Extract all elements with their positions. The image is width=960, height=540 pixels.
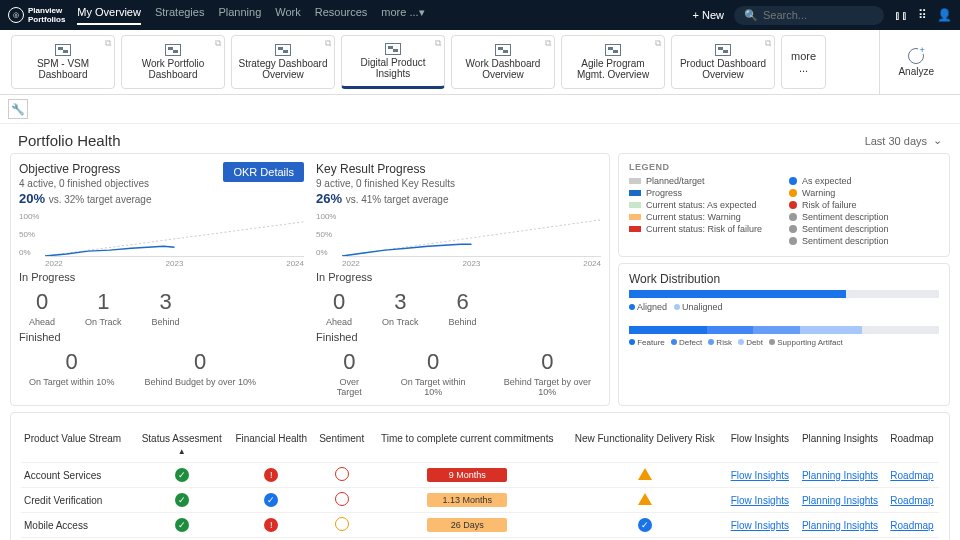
tab-spm-vsm-dashboard[interactable]: ⧉SPM - VSM Dashboard	[11, 35, 115, 89]
tab-product-dashboard-overview[interactable]: ⧉Product Dashboard Overview	[671, 35, 775, 89]
planning-insights-link[interactable]: Planning Insights	[802, 520, 878, 531]
analyze-icon	[908, 48, 924, 64]
col-head[interactable]: Product Value Stream	[21, 429, 135, 463]
finished-label: Finished	[316, 331, 601, 343]
sentiment-icon	[335, 492, 349, 506]
col-head[interactable]: Time to complete current commitments	[370, 429, 565, 463]
tab-agile-program-mgmt-overview[interactable]: ⧉Agile Program Mgmt. Overview	[561, 35, 665, 89]
book-icon[interactable]: ⫾⫾	[894, 7, 908, 23]
aligned-bar	[629, 290, 939, 298]
counter: 1On Track	[85, 289, 122, 327]
external-icon: ⧉	[765, 38, 771, 49]
card-title: Key Result Progress	[316, 162, 601, 176]
flow-insights-link[interactable]: Flow Insights	[731, 520, 789, 531]
alert-icon: !	[264, 518, 278, 532]
col-head[interactable]: New Functionality Delivery Risk	[565, 429, 725, 463]
pct-vs: vs. 32% target average	[49, 194, 152, 205]
external-icon: ⧉	[105, 38, 111, 49]
counter: 0Over Target	[326, 349, 373, 397]
external-icon: ⧉	[655, 38, 661, 49]
warning-icon	[638, 468, 652, 480]
col-head[interactable]: Flow Insights	[725, 429, 795, 463]
nav-more-[interactable]: more ...▾	[381, 6, 424, 25]
dashboard-icon	[715, 44, 731, 56]
counter: 6Behind	[449, 289, 477, 327]
external-icon: ⧉	[545, 38, 551, 49]
flow-insights-link[interactable]: Flow Insights	[731, 495, 789, 506]
col-head[interactable]: Planning Insights	[795, 429, 885, 463]
search-box[interactable]: 🔍	[734, 6, 884, 25]
svg-line-0	[45, 222, 304, 256]
col-head[interactable]: Sentiment	[314, 429, 370, 463]
external-icon: ⧉	[435, 38, 441, 49]
dashboard-icon	[385, 43, 401, 55]
col-head[interactable]: Financial Health	[229, 429, 314, 463]
objective-progress-card: OKR Details Objective Progress 4 active,…	[19, 162, 304, 397]
roadmap-link[interactable]: Roadmap	[890, 470, 933, 481]
counter: 0Ahead	[29, 289, 55, 327]
type-bar	[629, 326, 939, 334]
external-icon: ⧉	[325, 38, 331, 49]
okr-details-button[interactable]: OKR Details	[223, 162, 304, 182]
sentiment-icon	[335, 467, 349, 481]
counter: 0Behind Budget by over 10%	[144, 349, 256, 387]
time-pill: 9 Months	[427, 468, 507, 482]
nav-strategies[interactable]: Strategies	[155, 6, 205, 25]
value-stream-table: Product Value StreamStatus Assesment▲Fin…	[21, 429, 939, 540]
card-sub: 9 active, 0 finished Key Results	[316, 178, 601, 189]
col-head[interactable]: Status Assesment▲	[135, 429, 229, 463]
time-pill: 26 Days	[427, 518, 507, 532]
search-icon: 🔍	[744, 9, 758, 22]
card-title: Work Distribution	[629, 272, 939, 286]
flow-insights-link[interactable]: Flow Insights	[731, 470, 789, 481]
nav-resources[interactable]: Resources	[315, 6, 368, 25]
tab-strategy-dashboard-overview[interactable]: ⧉Strategy Dashboard Overview	[231, 35, 335, 89]
dashboard-icon	[495, 44, 511, 56]
col-head[interactable]: Roadmap	[885, 429, 939, 463]
planning-insights-link[interactable]: Planning Insights	[802, 495, 878, 506]
wrench-button[interactable]: 🔧	[8, 99, 28, 119]
planning-insights-link[interactable]: Planning Insights	[802, 470, 878, 481]
dashboard-icon	[275, 44, 291, 56]
in-progress-label: In Progress	[19, 271, 304, 283]
check-icon: ✓	[175, 518, 189, 532]
legend-title: LEGEND	[629, 162, 939, 172]
roadmap-link[interactable]: Roadmap	[890, 495, 933, 506]
time-pill: 1.13 Months	[427, 493, 507, 507]
counter: 0Behind Target by over 10%	[494, 349, 601, 397]
nav-work[interactable]: Work	[275, 6, 300, 25]
brand-l2: Portfolios	[28, 15, 65, 24]
brand-l1: Planview	[28, 6, 65, 15]
tab-work-portfolio-dashboard[interactable]: ⧉Work Portfolio Dashboard	[121, 35, 225, 89]
check-icon: ✓	[264, 493, 278, 507]
user-icon[interactable]: 👤	[937, 8, 952, 22]
date-range-select[interactable]: Last 30 days ⌄	[865, 134, 942, 147]
counter: 3Behind	[152, 289, 180, 327]
objective-chart: 100%50%0% 202220232024	[19, 212, 304, 267]
in-progress-label: In Progress	[316, 271, 601, 283]
check-icon: ✓	[175, 468, 189, 482]
roadmap-link[interactable]: Roadmap	[890, 520, 933, 531]
dashboard-tabs: ⧉SPM - VSM Dashboard⧉Work Portfolio Dash…	[0, 30, 960, 95]
pct-vs: vs. 41% target average	[346, 194, 449, 205]
legend-card: LEGEND Planned/targetProgressCurrent sta…	[618, 153, 950, 257]
analyze-button[interactable]: Analyze	[879, 30, 952, 94]
check-icon: ✓	[638, 518, 652, 532]
nav-my-overview[interactable]: My Overview	[77, 6, 141, 25]
external-icon: ⧉	[215, 38, 221, 49]
tab-work-dashboard-overview[interactable]: ⧉Work Dashboard Overview	[451, 35, 555, 89]
tab-more[interactable]: more ...	[781, 35, 826, 89]
finished-label: Finished	[19, 331, 304, 343]
key-result-card: Key Result Progress 9 active, 0 finished…	[316, 162, 601, 397]
apps-icon[interactable]: ⠿	[918, 8, 927, 22]
counter: 0On Target within 10%	[29, 349, 114, 387]
search-input[interactable]	[763, 9, 863, 21]
alert-icon: !	[264, 468, 278, 482]
tab-digital-product-insights[interactable]: ⧉Digital Product Insights	[341, 35, 445, 89]
work-distribution-card: Work Distribution Aligned Unaligned Feat…	[618, 263, 950, 406]
nav-planning[interactable]: Planning	[218, 6, 261, 25]
table-row: Mobile Access✓!26 Days✓Flow InsightsPlan…	[21, 513, 939, 538]
new-button[interactable]: + New	[693, 9, 725, 21]
top-nav: My OverviewStrategiesPlanningWorkResourc…	[77, 6, 424, 25]
check-icon: ✓	[175, 493, 189, 507]
